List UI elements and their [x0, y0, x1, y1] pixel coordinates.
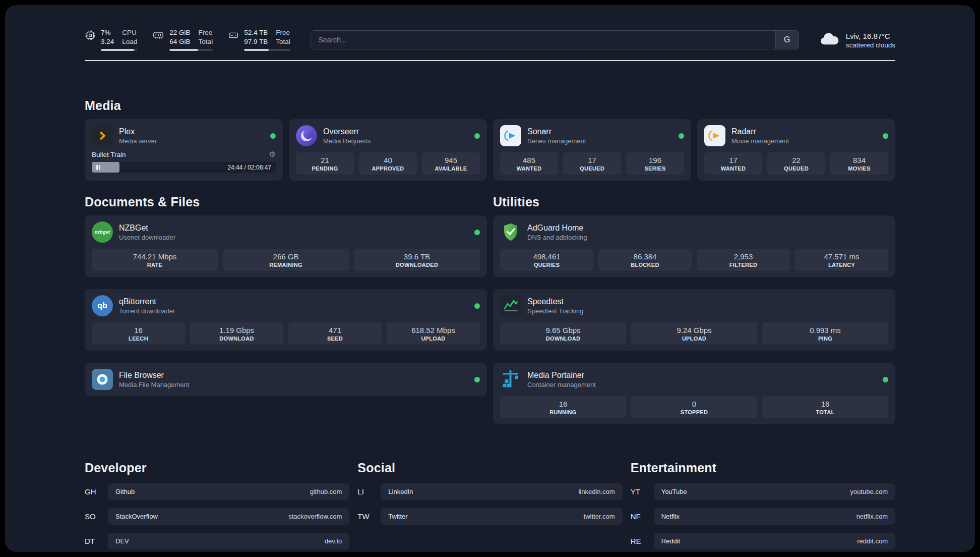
- sonarr-icon: [500, 125, 521, 146]
- bookmark-link-stackoverflow[interactable]: StackOverflow stackoverflow.com: [108, 508, 349, 525]
- search-engine-button[interactable]: G: [775, 31, 799, 49]
- app-desc: Media Requests: [323, 137, 468, 145]
- app-name: Speedtest: [527, 297, 888, 307]
- system-stats-group: 7% 3.24 CPU Load: [85, 28, 290, 51]
- bookmark-link-twitter[interactable]: Twitter twitter.com: [381, 508, 622, 525]
- app-card-sonarr[interactable]: Sonarr Series management 485 WANTED 17 Q…: [493, 119, 691, 181]
- stat-value: 485: [502, 156, 556, 164]
- stat-label: SEED: [290, 336, 380, 342]
- top-bar: 7% 3.24 CPU Load: [85, 28, 895, 51]
- disk-total-value: 97.9 TB: [244, 37, 268, 46]
- stat-tile: 17 QUEUED: [563, 152, 621, 175]
- status-dot: [883, 377, 888, 382]
- stat-tile: 16 LEECH: [92, 322, 185, 345]
- stat-value: 196: [628, 156, 682, 164]
- stat-value: 498,461: [502, 252, 591, 261]
- plex-icon: [92, 125, 113, 146]
- app-card-plex[interactable]: Plex Media server Bullet Train ⚙: [85, 119, 283, 181]
- app-card-adguard[interactable]: AdGuard Home DNS and adblocking 498,461 …: [493, 215, 895, 277]
- stat-value: 22: [769, 156, 823, 164]
- app-desc: Movie management: [731, 137, 877, 145]
- stat-label: RATE: [94, 262, 216, 268]
- plex-now-playing-widget: Bullet Train ⚙ 24:44 / 02:06:47: [92, 151, 276, 173]
- app-desc: Usenet downloader: [119, 234, 468, 241]
- bookmark-abbr: GH: [85, 487, 108, 496]
- section-media: Media Plex Media server: [85, 98, 895, 181]
- app-card-overseerr[interactable]: Overseerr Media Requests 21 PENDING 40 A…: [289, 119, 487, 181]
- app-card-radarr[interactable]: Radarr Movie management 17 WANTED 22 QUE…: [697, 119, 895, 181]
- app-card-speedtest[interactable]: Speedtest Speedtest Tracking 9.65 Gbps D…: [493, 289, 895, 351]
- stat-label: RUNNING: [502, 409, 624, 415]
- app-name: Sonarr: [527, 127, 672, 137]
- bookmark-row: SO StackOverflow stackoverflow.com: [85, 508, 349, 525]
- bookmark-row: RE Reddit reddit.com: [631, 533, 895, 549]
- stat-label: STOPPED: [633, 409, 755, 415]
- stat-value: 834: [832, 156, 886, 164]
- stat-label: TOTAL: [764, 409, 886, 415]
- bookmark-row: DT DEV dev.to: [85, 533, 349, 549]
- memory-widget: 22 GiB 64 GiB Free Total: [152, 28, 213, 51]
- cpu-icon: [85, 28, 96, 51]
- search-bar: G: [311, 30, 799, 49]
- app-card-nzbget[interactable]: nzbget NZBGet Usenet downloader 744.21 M…: [85, 215, 487, 277]
- stat-label: PING: [764, 336, 886, 342]
- utilities-section-title: Utilities: [493, 195, 895, 209]
- stat-tile: 196 SERIES: [626, 152, 684, 175]
- radarr-icon: [704, 125, 725, 146]
- gear-icon[interactable]: ⚙: [269, 151, 276, 158]
- bookmark-url: twitter.com: [584, 513, 615, 520]
- stat-label: PENDING: [298, 165, 352, 172]
- stat-tile: 2,953 FILTERED: [697, 249, 790, 271]
- bookmark-abbr: TW: [357, 512, 381, 521]
- disk-widget: 52.4 TB 97.9 TB Free Total: [228, 28, 290, 51]
- stat-label: BLOCKED: [600, 262, 690, 268]
- cpu-load-label: Load: [122, 37, 137, 46]
- weather-location: Lviv, 16.87°C: [846, 31, 895, 41]
- app-card-filebrowser[interactable]: File Browser Media File Management: [85, 363, 487, 396]
- app-name: qBittorrent: [119, 297, 468, 307]
- bookmark-url: youtube.com: [850, 488, 888, 495]
- stat-label: WANTED: [502, 165, 556, 172]
- search-input[interactable]: [311, 31, 775, 49]
- stat-tile: 1.19 Gbps DOWNLOAD: [190, 322, 283, 345]
- stat-tile: 86,384 BLOCKED: [598, 249, 692, 271]
- stat-label: DOWNLOAD: [502, 336, 624, 342]
- cpu-usage-value: 7%: [101, 28, 114, 37]
- stat-tile: 16 TOTAL: [762, 396, 888, 418]
- stat-value: 16: [764, 400, 886, 408]
- stat-value: 17: [565, 156, 619, 164]
- playback-seek-bar[interactable]: 24:44 / 02:06:47: [92, 162, 276, 173]
- stat-value: 945: [424, 156, 478, 164]
- bookmark-name: Netflix: [661, 513, 680, 520]
- app-desc: Series management: [527, 137, 672, 145]
- stat-label: DOWNLOADED: [356, 262, 478, 268]
- bookmark-link-github[interactable]: Github github.com: [108, 483, 349, 500]
- pause-icon[interactable]: [96, 165, 100, 170]
- bookmark-link-netflix[interactable]: Netflix netflix.com: [654, 508, 895, 525]
- ram-free-value: 22 GiB: [169, 28, 190, 37]
- speedtest-icon: [500, 295, 521, 316]
- app-card-portainer[interactable]: Media Portainer Container management 16 …: [493, 363, 895, 424]
- entertainment-section-title: Entertainment: [631, 461, 895, 475]
- bookmark-link-dev[interactable]: DEV dev.to: [108, 533, 349, 549]
- bookmark-link-linkedin[interactable]: LinkedIn linkedin.com: [381, 483, 622, 500]
- bookmark-abbr: SO: [85, 512, 108, 521]
- disk-icon: [228, 28, 239, 51]
- bookmark-link-youtube[interactable]: YouTube youtube.com: [654, 483, 895, 500]
- stat-value: 9.24 Gbps: [633, 326, 755, 335]
- bookmark-name: Github: [115, 488, 135, 495]
- app-desc: Speedtest Tracking: [527, 307, 888, 315]
- section-documents: Documents & Files nzbget NZBGet Usenet d…: [85, 195, 487, 408]
- stat-value: 40: [361, 156, 415, 164]
- header-divider: [85, 60, 895, 61]
- bookmark-url: github.com: [310, 488, 342, 495]
- cpu-label: CPU: [122, 28, 137, 37]
- app-desc: Container management: [527, 381, 877, 388]
- bookmark-abbr: DT: [85, 537, 108, 545]
- weather-widget: Lviv, 16.87°C scattered clouds: [819, 31, 895, 49]
- stat-tile: 47.571 ms LATENCY: [795, 249, 888, 271]
- app-card-qbittorrent[interactable]: qb qBittorrent Torrent downloader 16 LEE…: [85, 289, 487, 351]
- stat-label: REMAINING: [225, 262, 347, 268]
- bookmark-link-reddit[interactable]: Reddit reddit.com: [654, 533, 895, 549]
- stat-value: 0.993 ms: [764, 326, 886, 335]
